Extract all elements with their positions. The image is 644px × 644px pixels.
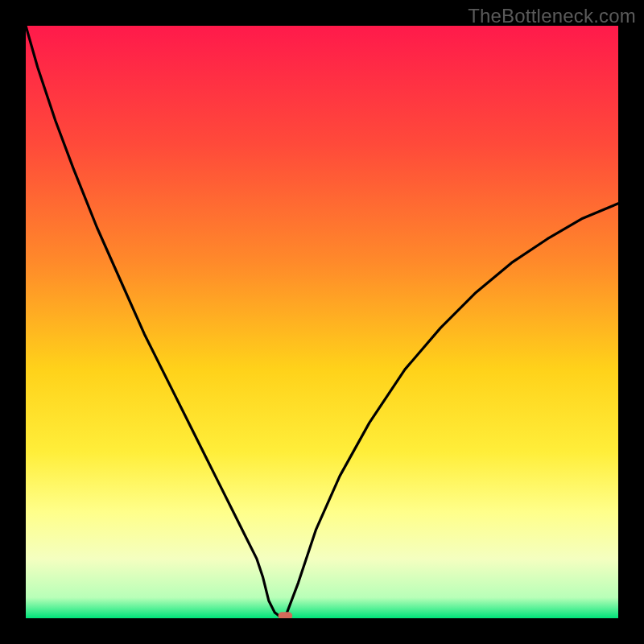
optimal-point-marker — [279, 612, 293, 618]
chart-frame: TheBottleneck.com — [0, 0, 644, 644]
watermark-text: TheBottleneck.com — [468, 5, 636, 27]
gradient-background — [26, 26, 618, 618]
chart-canvas — [26, 26, 618, 618]
plot-area — [26, 26, 618, 618]
